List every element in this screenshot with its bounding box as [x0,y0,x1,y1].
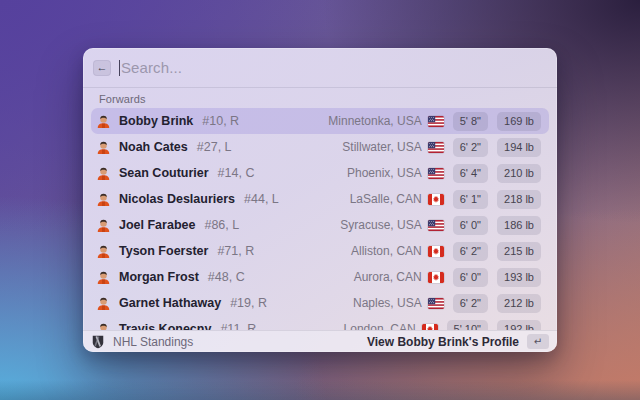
player-avatar-icon [97,192,110,206]
player-row[interactable]: Bobby Brink #10, R Minnetonka, USA 5' 8"… [91,108,549,134]
weight-badge: 186 lb [497,216,541,235]
player-results-list: Bobby Brink #10, R Minnetonka, USA 5' 8"… [83,106,557,330]
search-input[interactable]: Search... [119,59,547,76]
player-row[interactable]: Tyson Foerster #71, R Alliston, CAN 6' 2… [91,238,549,264]
player-birthplace: LaSalle, CAN [350,192,422,206]
player-number-position: #44, L [244,192,279,206]
us-flag-icon [428,116,444,127]
player-avatar-icon [97,140,110,154]
player-name: Travis Konecny [119,322,211,330]
player-number-position: #14, C [218,166,255,180]
weight-badge: 194 lb [497,138,541,157]
weight-badge: 193 lb [497,268,541,287]
us-flag-icon [428,168,444,179]
nhl-shield-icon [91,335,105,349]
height-badge: 6' 2" [453,294,488,313]
search-bar: ← Search... [83,48,557,88]
player-avatar-icon [97,322,110,330]
player-name: Bobby Brink [119,114,193,128]
player-name: Sean Couturier [119,166,209,180]
enter-key-icon[interactable]: ↵ [527,334,549,349]
player-avatar-icon [97,270,110,284]
player-number-position: #48, C [208,270,245,284]
player-name: Nicolas Deslauriers [119,192,235,206]
player-avatar-icon [97,218,110,232]
height-badge: 6' 4" [453,164,488,183]
launcher-window: ← Search... Forwards Bobby Brink #10, R … [83,48,557,352]
player-avatar-icon [97,296,110,310]
player-birthplace: Stillwater, USA [342,140,421,154]
back-arrow-icon: ← [97,62,108,73]
player-birthplace: London, CAN [344,322,416,330]
height-badge: 6' 1" [453,190,488,209]
player-avatar-icon [97,166,110,180]
player-number-position: #86, L [204,218,239,232]
player-name: Joel Farabee [119,218,195,232]
height-badge: 6' 0" [453,216,488,235]
player-birthplace: Syracuse, USA [340,218,421,232]
player-row[interactable]: Travis Konecny #11, R London, CAN 5' 10"… [91,316,549,330]
player-number-position: #27, L [197,140,232,154]
player-birthplace: Minnetonka, USA [328,114,421,128]
weight-badge: 218 lb [497,190,541,209]
canada-flag-icon [428,246,444,257]
player-row[interactable]: Morgan Frost #48, C Aurora, CAN 6' 0" 19… [91,264,549,290]
us-flag-icon [428,220,444,231]
player-number-position: #71, R [217,244,254,258]
canada-flag-icon [428,194,444,205]
height-badge: 6' 2" [453,242,488,261]
player-number-position: #19, R [230,296,267,310]
height-badge: 6' 2" [453,138,488,157]
back-button[interactable]: ← [93,60,111,76]
us-flag-icon [428,142,444,153]
search-placeholder: Search... [121,59,182,76]
primary-action-label[interactable]: View Bobby Brink's Profile [367,335,519,349]
height-badge: 5' 10" [447,320,488,331]
player-birthplace: Phoenix, USA [347,166,422,180]
player-avatar-icon [97,114,110,128]
text-cursor [119,60,120,76]
player-avatar-icon [97,244,110,258]
player-name: Garnet Hathaway [119,296,221,310]
weight-badge: 169 lb [497,112,541,131]
weight-badge: 192 lb [497,320,541,331]
player-birthplace: Naples, USA [353,296,422,310]
player-name: Noah Cates [119,140,188,154]
player-number-position: #11, R [220,322,256,330]
app-name: NHL Standings [113,335,193,349]
us-flag-icon [428,298,444,309]
player-birthplace: Aurora, CAN [354,270,422,284]
player-name: Tyson Foerster [119,244,208,258]
player-row[interactable]: Noah Cates #27, L Stillwater, USA 6' 2" … [91,134,549,160]
weight-badge: 212 lb [497,294,541,313]
player-row[interactable]: Joel Farabee #86, L Syracuse, USA 6' 0" … [91,212,549,238]
height-badge: 6' 0" [453,268,488,287]
player-row[interactable]: Sean Couturier #14, C Phoenix, USA 6' 4"… [91,160,549,186]
height-badge: 5' 8" [453,112,488,131]
player-name: Morgan Frost [119,270,199,284]
player-number-position: #10, R [202,114,239,128]
section-header-forwards: Forwards [83,88,557,106]
canada-flag-icon [428,272,444,283]
weight-badge: 210 lb [497,164,541,183]
weight-badge: 215 lb [497,242,541,261]
footer-bar: NHL Standings View Bobby Brink's Profile… [83,330,557,352]
player-row[interactable]: Garnet Hathaway #19, R Naples, USA 6' 2"… [91,290,549,316]
player-row[interactable]: Nicolas Deslauriers #44, L LaSalle, CAN … [91,186,549,212]
player-birthplace: Alliston, CAN [351,244,422,258]
